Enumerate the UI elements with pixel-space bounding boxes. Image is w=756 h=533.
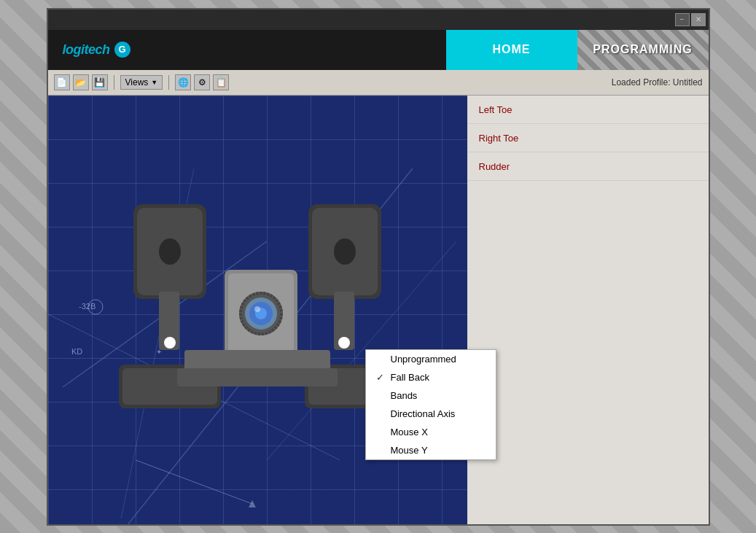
svg-rect-36 — [177, 368, 338, 386]
fallback-check: ✓ — [376, 372, 386, 383]
open-icon[interactable]: 📂 — [73, 74, 89, 90]
close-button[interactable]: ✕ — [691, 13, 706, 26]
pedals-svg — [112, 182, 403, 437]
toolbar-separator-2 — [168, 75, 169, 90]
dropdown-item-mouse-x[interactable]: Mouse X — [366, 423, 496, 441]
svg-point-19 — [164, 337, 176, 349]
svg-text:KD: KD — [71, 347, 82, 356]
right-toe-label: Right Toe — [479, 133, 519, 144]
axis-row-left-toe[interactable]: Left Toe — [467, 96, 709, 124]
views-label: Views — [125, 77, 149, 87]
toolbar-separator-1 — [114, 75, 114, 90]
rudder-label: Rudder — [479, 161, 510, 172]
svg-point-15 — [159, 238, 181, 265]
dropdown-item-mouse-y[interactable]: Mouse Y — [366, 441, 496, 459]
logo-area: logitech G — [48, 42, 209, 58]
svg-point-34 — [338, 337, 350, 349]
info-icon[interactable]: 📋 — [213, 74, 229, 90]
axis-row-rudder[interactable]: Rudder Unprogrammed ✓ Fall Back Bands — [467, 152, 709, 181]
dropdown-item-fallback[interactable]: ✓ Fall Back — [366, 368, 496, 386]
svg-line-6 — [136, 460, 252, 504]
globe-icon[interactable]: 🌐 — [175, 74, 191, 90]
new-icon[interactable]: 📄 — [54, 74, 70, 90]
views-arrow-icon: ▼ — [151, 79, 157, 86]
loaded-profile: Loaded Profile: Untitled — [612, 77, 703, 87]
dropdown-item-bands[interactable]: Bands — [366, 386, 496, 405]
home-button[interactable]: HOME — [446, 30, 577, 70]
save-icon[interactable]: 💾 — [92, 74, 108, 90]
gear-icon[interactable]: ⚙ — [194, 74, 210, 90]
toolbar: 📄 📂 💾 Views ▼ 🌐 ⚙ 📋 Loaded Profile: Unti… — [48, 70, 709, 96]
nav-buttons: HOME PROGRAMMING — [446, 30, 709, 70]
left-toe-label: Left Toe — [479, 104, 513, 115]
views-dropdown[interactable]: Views ▼ — [120, 75, 163, 90]
directional-axis-label: Directional Axis — [391, 408, 456, 419]
programming-button[interactable]: PROGRAMMING — [577, 30, 709, 70]
app-window: − ✕ logitech G HOME PROGRAMMING 📄 📂 💾 Vi… — [47, 8, 710, 526]
minimize-button[interactable]: − — [675, 13, 690, 26]
unprogrammed-label: Unprogrammed — [391, 354, 456, 365]
axis-dropdown-menu: Unprogrammed ✓ Fall Back Bands Direction… — [365, 349, 496, 460]
main-content: -32B KD JJH ▲ AWB ✦ — [48, 96, 709, 524]
fallback-label: Fall Back — [391, 372, 429, 383]
bands-label: Bands — [391, 390, 418, 401]
title-bar: − ✕ — [48, 9, 709, 30]
mouse-y-label: Mouse Y — [391, 445, 428, 456]
dropdown-item-directional-axis[interactable]: Directional Axis — [366, 405, 496, 423]
dropdown-item-unprogrammed[interactable]: Unprogrammed — [366, 350, 496, 368]
right-panel: Left Toe Right Toe Rudder Unprogrammed ✓… — [467, 96, 709, 524]
svg-marker-7 — [249, 500, 256, 507]
mouse-x-label: Mouse X — [391, 427, 428, 437]
logo-g-icon: G — [114, 42, 130, 58]
svg-point-26 — [254, 306, 260, 312]
axis-row-right-toe[interactable]: Right Toe — [467, 124, 709, 152]
svg-point-30 — [334, 238, 356, 265]
logo-text: logitech — [63, 42, 110, 58]
svg-text:-32B: -32B — [79, 302, 96, 311]
header: logitech G HOME PROGRAMMING — [48, 30, 709, 70]
